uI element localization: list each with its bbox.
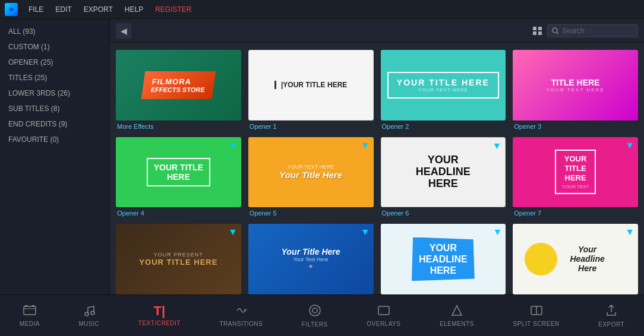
sidebar-item-lower3rds[interactable]: LOWER 3RDS (26) (0, 85, 109, 101)
download-badge-opener8: ▼ (228, 227, 238, 237)
thumbnail-label-opener1: Opener 1 (248, 123, 374, 130)
transitions-icon (235, 305, 248, 318)
download-badge-opener5: ▼ (361, 141, 370, 150)
thumbnail-label-opener3: Opener 3 (513, 123, 638, 130)
toolbar-elements[interactable]: ELEMENTS (433, 301, 481, 331)
thumbnail-opener7[interactable]: ▼ YOURTITLEHERE YOUR TEXT Opener 7 (513, 137, 638, 217)
thumbnail-label-opener2: Opener 2 (381, 123, 506, 130)
toolbar-filters-label: FILTERS (302, 321, 328, 328)
toolbar-textcredit[interactable]: T| TEXT/CREDIT (131, 301, 188, 330)
splitscreen-icon (530, 305, 543, 318)
sidebar-item-opener[interactable]: OPENER (25) (0, 55, 109, 70)
toolbar-elements-label: ELEMENTS (440, 321, 474, 327)
sidebar-item-favourite[interactable]: FAVOURITE (0) (0, 132, 109, 147)
download-badge-opener4: ▼ (228, 141, 238, 150)
search-box (547, 24, 638, 37)
thumbnail-label-opener4: Opener 4 (116, 210, 241, 217)
search-icon (552, 27, 559, 34)
app-logo (5, 3, 18, 16)
toolbar-splitscreen-label: SPLIT SCREEN (513, 321, 560, 327)
toolbar-export-label: EXPORT (598, 321, 624, 328)
svg-rect-6 (32, 305, 34, 307)
menu-file[interactable]: FILE (24, 3, 48, 16)
toolbar-media[interactable]: MEDIA (12, 301, 47, 331)
menu-bar: FILE EDIT EXPORT HELP REGISTER (0, 0, 644, 19)
thumbnail-label-opener5: Opener 5 (248, 210, 374, 217)
elements-icon (450, 305, 463, 318)
menu-export[interactable]: EXPORT (79, 3, 118, 16)
menu-register[interactable]: REGISTER (150, 3, 196, 16)
sidebar-item-subtitles[interactable]: SUB TITLES (8) (0, 101, 109, 116)
media-icon (23, 305, 36, 318)
menu-help[interactable]: HELP (120, 3, 148, 16)
sidebar-item-custom[interactable]: CUSTOM (1) (0, 39, 109, 55)
download-badge-opener11: ▼ (625, 227, 634, 237)
thumbnail-more-effects[interactable]: FILMORA EFFECTS STORE More Effects (116, 50, 241, 130)
toolbar-music-label: MUSIC (79, 321, 100, 327)
thumbnail-opener9[interactable]: ▼ Your Title Here Your Text Here ✦ Opene… (248, 224, 374, 294)
svg-point-2 (553, 28, 557, 33)
toolbar-overlays-label: OVERLAYS (367, 321, 400, 327)
download-badge-opener7: ▼ (625, 141, 634, 150)
thumbnail-opener5[interactable]: ▼ YOUR TEXT HERE Your Title Here Opener … (248, 137, 374, 217)
menu-edit[interactable]: EDIT (50, 3, 76, 16)
sidebar-item-titles[interactable]: TITLES (25) (0, 70, 109, 85)
thumbnail-label-opener7: Opener 7 (513, 210, 638, 217)
thumbnail-label-more-effects: More Effects (116, 123, 241, 130)
toolbar-textcredit-label: TEXT/CREDIT (138, 320, 181, 327)
download-badge-opener6: ▼ (492, 141, 501, 151)
grid-view-button[interactable] (533, 27, 542, 35)
svg-rect-5 (25, 305, 27, 307)
thumbnail-opener8[interactable]: ▼ YOUR PRESENT YOUR TITLE HERE Opener 8 (116, 224, 241, 294)
toolbar-splitscreen[interactable]: SPLIT SCREEN (506, 301, 567, 331)
header-right (533, 24, 638, 37)
content-header: ◀ (110, 19, 644, 43)
toolbar-media-label: MEDIA (20, 321, 40, 327)
overlays-icon (377, 305, 390, 318)
svg-line-3 (557, 32, 558, 34)
thumbnail-opener10[interactable]: ▼ YOURHEADLINEHERE Opener 10 (381, 224, 506, 294)
bottom-toolbar: MEDIA MUSIC T| TEXT/CREDIT TRANSITIONS F… (0, 294, 644, 336)
download-badge-opener10: ▼ (493, 227, 502, 237)
svg-rect-4 (24, 306, 36, 315)
toolbar-export[interactable]: EXPORT (591, 300, 632, 331)
svg-rect-11 (378, 306, 389, 315)
toolbar-transitions[interactable]: TRANSITIONS (212, 301, 270, 331)
thumbnail-opener1[interactable]: |YOUR TITLE HERE Opener 1 (248, 50, 374, 130)
sidebar: ALL (93) CUSTOM (1) OPENER (25) TITLES (… (0, 19, 110, 294)
thumbnails-grid: FILMORA EFFECTS STORE More Effects |YOUR… (110, 43, 644, 294)
content-panel: ◀ (110, 19, 644, 294)
export-icon (605, 304, 618, 319)
thumbnail-label-opener6: Opener 6 (381, 210, 506, 217)
music-icon (83, 305, 95, 318)
thumbnail-opener4[interactable]: ▼ YOUR TITLEHERE Opener 4 (116, 137, 241, 217)
svg-point-10 (312, 308, 317, 313)
back-button[interactable]: ◀ (116, 23, 131, 39)
download-badge-opener9: ▼ (361, 227, 370, 237)
svg-point-9 (310, 305, 320, 316)
thumbnail-opener11[interactable]: ▼ YourHeadlineHere Opener 11 (513, 224, 638, 294)
thumbnail-opener6[interactable]: ▼ YOURHEADLINEHERE Opener 6 (381, 137, 506, 217)
main-area: ALL (93) CUSTOM (1) OPENER (25) TITLES (… (0, 19, 644, 294)
toolbar-filters[interactable]: FILTERS (295, 300, 335, 331)
toolbar-music[interactable]: MUSIC (72, 301, 107, 331)
toolbar-transitions-label: TRANSITIONS (219, 321, 263, 327)
thumbnail-opener3[interactable]: TITLE HERE YOUR TEXT HERE Opener 3 (513, 50, 638, 130)
filters-icon (308, 304, 321, 319)
sidebar-item-all[interactable]: ALL (93) (0, 24, 109, 39)
toolbar-overlays[interactable]: OVERLAYS (359, 301, 408, 331)
thumbnail-opener2[interactable]: YOUR TITLE HERE YOUR TEXT HERE Opener 2 (381, 50, 506, 130)
sidebar-item-endcredits[interactable]: END CREDITS (9) (0, 116, 109, 132)
textcredit-icon: T| (154, 305, 166, 318)
search-input[interactable] (562, 27, 633, 35)
